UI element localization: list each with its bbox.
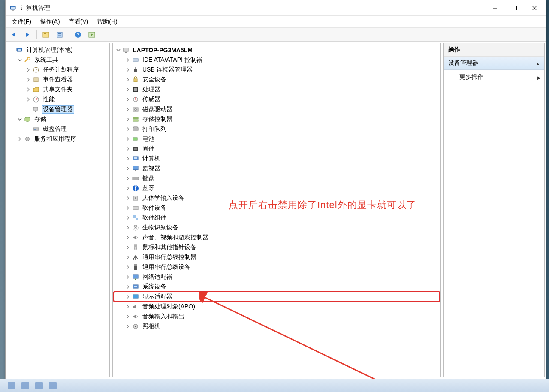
chevron-right-icon[interactable] xyxy=(125,156,131,162)
device-category-usb-bus[interactable]: 通用串行总线控制器 xyxy=(114,252,440,262)
chevron-right-icon[interactable] xyxy=(125,323,131,329)
device-category-security[interactable]: 安全设备 xyxy=(114,75,440,84)
tree-device-manager[interactable]: 设备管理器 xyxy=(8,104,109,114)
chevron-right-icon[interactable] xyxy=(125,116,131,122)
device-root[interactable]: LAPTOP-PG3MA5LM xyxy=(114,45,440,55)
toolbar-properties-button[interactable] xyxy=(54,30,65,39)
chevron-down-icon[interactable] xyxy=(17,116,23,122)
chevron-right-icon[interactable] xyxy=(125,225,131,231)
device-category-audio-io[interactable]: 音频输入和输出 xyxy=(114,311,440,321)
svg-rect-1 xyxy=(11,7,15,9)
actions-main-item[interactable]: 设备管理器 xyxy=(444,57,544,70)
chevron-right-icon[interactable] xyxy=(125,106,131,112)
chevron-right-icon[interactable] xyxy=(125,274,131,280)
nav-back-button[interactable] xyxy=(8,30,19,39)
chevron-right-icon[interactable] xyxy=(25,87,31,93)
menu-help[interactable]: 帮助(H) xyxy=(93,16,121,27)
chevron-right-icon[interactable] xyxy=(25,67,31,73)
chevron-right-icon[interactable] xyxy=(125,264,131,270)
maximize-button[interactable] xyxy=(505,2,525,15)
tree-event-viewer[interactable]: 事件查看器 xyxy=(8,75,109,84)
chevron-right-icon[interactable] xyxy=(125,146,131,152)
device-category-ide[interactable]: IDE ATA/ATAPI 控制器 xyxy=(114,55,440,65)
device-category-usb-device[interactable]: 通用串行总线设备 xyxy=(114,262,440,272)
chevron-right-icon[interactable] xyxy=(25,77,31,83)
chevron-right-icon[interactable] xyxy=(125,235,131,241)
device-category-bluetooth[interactable]: 蓝牙 xyxy=(114,183,440,193)
toolbar-show-hide-tree-button[interactable] xyxy=(40,30,51,39)
device-category-sound[interactable]: 声音、视频和游戏控制器 xyxy=(114,232,440,242)
actions-more-actions[interactable]: 更多操作 xyxy=(444,70,544,84)
chevron-right-icon[interactable] xyxy=(125,87,131,93)
tree-storage[interactable]: 存储 xyxy=(8,114,109,124)
menu-view[interactable]: 查看(V) xyxy=(64,16,93,27)
chevron-right-icon[interactable] xyxy=(125,254,131,260)
chevron-right-icon[interactable] xyxy=(17,136,23,142)
device-category-camera[interactable]: 照相机 xyxy=(114,321,440,331)
chevron-down-icon[interactable] xyxy=(17,57,23,63)
chevron-right-icon[interactable] xyxy=(125,57,131,63)
tree-system-tools[interactable]: 系统工具 xyxy=(8,55,109,65)
taskbar-icon[interactable] xyxy=(21,382,29,389)
tree-performance[interactable]: 性能 xyxy=(8,94,109,104)
tree-shared-folders[interactable]: 共享文件夹 xyxy=(8,84,109,94)
device-category-disk[interactable]: 磁盘驱动器 xyxy=(114,104,440,114)
device-category-label: 音频处理对象(APO) xyxy=(141,302,196,311)
close-button[interactable] xyxy=(525,2,544,15)
chevron-right-icon[interactable] xyxy=(125,294,131,300)
menu-action[interactable]: 操作(A) xyxy=(36,16,64,27)
chevron-right-icon[interactable] xyxy=(125,185,131,191)
device-category-software-component[interactable]: 软件组件 xyxy=(114,213,440,223)
chevron-right-icon[interactable] xyxy=(125,126,131,132)
device-category-usb-connector[interactable]: USB 连接器管理器 xyxy=(114,65,440,75)
menu-file[interactable]: 文件(F) xyxy=(7,16,36,27)
taskbar-icon[interactable] xyxy=(35,382,43,389)
chevron-right-icon[interactable] xyxy=(125,166,131,172)
chevron-right-icon[interactable] xyxy=(125,304,131,310)
device-category-computer[interactable]: 计算机 xyxy=(114,154,440,163)
tree-task-scheduler[interactable]: 任务计划程序 xyxy=(8,65,109,75)
bluetooth-icon xyxy=(132,184,139,192)
chevron-right-icon[interactable] xyxy=(125,136,131,142)
chevron-right-icon[interactable] xyxy=(125,96,131,103)
chevron-right-icon[interactable] xyxy=(125,67,131,73)
device-category-biometric[interactable]: 生物识别设备 xyxy=(114,223,440,232)
toolbar-help-button[interactable]: ? xyxy=(72,30,84,39)
toolbar-action-pane-button[interactable] xyxy=(86,30,97,39)
tree-disk-management[interactable]: 磁盘管理 xyxy=(8,124,109,134)
svg-rect-62 xyxy=(133,275,138,278)
chevron-right-icon[interactable] xyxy=(125,244,131,250)
device-category-system[interactable]: 系统设备 xyxy=(114,282,440,292)
device-category-cpu[interactable]: 处理器 xyxy=(114,84,440,94)
chevron-right-icon[interactable] xyxy=(125,77,131,83)
chevron-right-icon[interactable] xyxy=(125,284,131,290)
device-category-storage-ctrl[interactable]: 存储控制器 xyxy=(114,114,440,124)
chevron-right-icon[interactable] xyxy=(125,215,131,221)
chevron-right-icon[interactable] xyxy=(25,96,31,103)
taskbar-icon[interactable] xyxy=(49,382,57,389)
device-category-label: 软件组件 xyxy=(141,214,168,222)
device-category-network[interactable]: 网络适配器 xyxy=(114,272,440,282)
device-category-mouse[interactable]: 鼠标和其他指针设备 xyxy=(114,242,440,252)
device-category-display[interactable]: 显示适配器 xyxy=(114,292,440,302)
device-category-print-queue[interactable]: 打印队列 xyxy=(114,124,440,134)
console-tree[interactable]: 计算机管理(本地) xyxy=(7,43,109,377)
chevron-right-icon[interactable] xyxy=(125,175,131,181)
device-category-keyboard[interactable]: 键盘 xyxy=(114,173,440,183)
chevron-right-icon[interactable] xyxy=(125,205,131,211)
device-category-apo[interactable]: 音频处理对象(APO) xyxy=(114,302,440,311)
nav-forward-button[interactable] xyxy=(22,30,33,39)
chevron-down-icon[interactable] xyxy=(115,47,121,53)
device-category-battery[interactable]: 电池 xyxy=(114,134,440,144)
chevron-right-icon[interactable] xyxy=(125,195,131,201)
device-category-firmware[interactable]: 固件 xyxy=(114,144,440,154)
chevron-right-icon[interactable] xyxy=(125,314,131,320)
tree-services-apps[interactable]: 服务和应用程序 xyxy=(8,134,109,144)
taskbar-icon[interactable] xyxy=(8,382,15,389)
tree-root-computer-management[interactable]: 计算机管理(本地) xyxy=(8,45,109,55)
device-category-sensor[interactable]: 传感器 xyxy=(114,94,440,104)
minimize-button[interactable] xyxy=(485,2,505,15)
titlebar[interactable]: 计算机管理 xyxy=(6,0,546,16)
taskbar[interactable] xyxy=(0,379,549,392)
device-category-monitor[interactable]: 监视器 xyxy=(114,163,440,173)
